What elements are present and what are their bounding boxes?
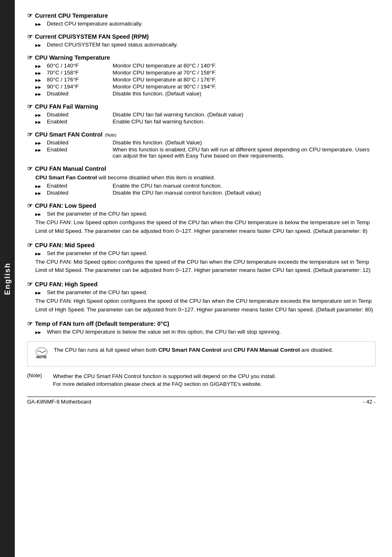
- section-title-current-cpu-temp: ☞ Current CPU Temperature: [27, 12, 376, 19]
- section-cpu-fan-mid-speed: ☞ CPU FAN: Mid Speed Set the parameter o…: [27, 242, 376, 275]
- section-title-temp-fan-off: ☞ Temp of FAN turn off (Default temperat…: [27, 320, 376, 327]
- arrow-icon: [35, 91, 45, 97]
- section-title-cpu-fan-low: ☞ CPU FAN: Low Speed: [27, 202, 376, 209]
- footer-right: - 42 -: [363, 399, 376, 405]
- section-cpu-fan-high-speed: ☞ CPU FAN: High Speed Set the parameter …: [27, 281, 376, 314]
- arrow-icon: [35, 329, 45, 335]
- item-smart-enabled: Enabled When this function is enabled, C…: [35, 146, 376, 159]
- cursor-icon-3: ☞: [27, 54, 32, 61]
- item-fail-disabled: Disabled Disable CPU fan fail warning fu…: [35, 111, 376, 118]
- svg-text:NOTE: NOTE: [36, 355, 46, 359]
- section-cpu-fan-low-speed: ☞ CPU FAN: Low Speed Set the parameter o…: [27, 202, 376, 235]
- arrow-icon: [35, 112, 45, 118]
- arrow-icon: [35, 183, 45, 189]
- item-mid-speed-set: Set the parameter of the CPU fan speed.: [35, 250, 376, 256]
- sidebar-label: English: [3, 262, 12, 295]
- cursor-icon-4: ☞: [27, 103, 32, 110]
- section-title-cpu-fan-speed: ☞ Current CPU/SYSTEM FAN Speed (RPM): [27, 33, 376, 40]
- footnote: (Note) Whether the CPU Smart FAN Control…: [27, 372, 376, 388]
- section-title-cpu-smart-fan: ☞ CPU Smart FAN Control(Note): [27, 131, 376, 138]
- item-fan-stop: When the CPU temperature is below the va…: [35, 329, 376, 335]
- section-title-cpu-fan-high: ☞ CPU FAN: High Speed: [27, 281, 376, 288]
- item-detect-fan-speed: Detect CPU/SYSTEM fan speed status autom…: [35, 42, 376, 48]
- footer-left: GA-K8NMF-9 Motherboard: [27, 399, 91, 405]
- footnote-text: Whether the CPU Smart FAN Control functi…: [53, 372, 376, 388]
- section-title-cpu-warning-temp: ☞ CPU Warning Temperature: [27, 54, 376, 61]
- arrow-icon: [35, 63, 45, 69]
- note-box: NOTE The CPU fan runs at full speed when…: [27, 341, 376, 367]
- note-wave-icon: NOTE: [34, 346, 49, 362]
- main-content: ☞ Current CPU Temperature Detect CPU tem…: [15, 0, 392, 557]
- mid-speed-description: The CPU FAN: Mid Speed option configures…: [35, 258, 376, 275]
- section-cpu-fan-fail-warning: ☞ CPU FAN Fail Warning Disabled Disable …: [27, 103, 376, 125]
- cursor-icon-2: ☞: [27, 33, 32, 40]
- arrow-icon: [35, 147, 45, 153]
- section-title-cpu-fan-mid: ☞ CPU FAN: Mid Speed: [27, 242, 376, 248]
- arrow-icon: [35, 290, 45, 295]
- item-disabled-warning: Disabled Disable this function. (Default…: [35, 91, 376, 97]
- item-80c: 80°C / 176°F Monitor CPU temperature at …: [35, 77, 376, 83]
- item-fail-enabled: Enabled Enable CPU fan fail warning func…: [35, 118, 376, 125]
- arrow-icon: [35, 42, 45, 48]
- page-container: English ☞ Current CPU Temperature Detect…: [0, 0, 392, 557]
- item-low-speed-set: Set the parameter of the CPU fan speed.: [35, 211, 376, 217]
- item-manual-enabled: Enabled Enable the CPU fan manual contro…: [35, 183, 376, 189]
- footer-bar: GA-K8NMF-9 Motherboard - 42 -: [27, 397, 376, 405]
- arrow-icon: [35, 211, 45, 217]
- section-cpu-fan-speed: ☞ Current CPU/SYSTEM FAN Speed (RPM) Det…: [27, 33, 376, 48]
- section-cpu-smart-fan-control: ☞ CPU Smart FAN Control(Note) Disabled D…: [27, 131, 376, 159]
- section-cpu-warning-temp: ☞ CPU Warning Temperature 60°C / 140°F M…: [27, 54, 376, 97]
- arrow-icon: [35, 84, 45, 90]
- note-text-content: The CPU fan runs at full speed when both…: [54, 346, 333, 354]
- item-70c: 70°C / 158°F Monitor CPU temperature at …: [35, 70, 376, 76]
- section-cpu-fan-manual-control: ☞ CPU FAN Manual Control CPU Smart Fan C…: [27, 165, 376, 196]
- low-speed-description: The CPU FAN: Low Speed option configures…: [35, 218, 376, 235]
- item-smart-disabled: Disabled Disable this function. (Default…: [35, 139, 376, 146]
- high-speed-description: The CPU FAN: High Speed option configure…: [35, 297, 376, 314]
- section-title-cpu-fan-manual: ☞ CPU FAN Manual Control: [27, 165, 376, 172]
- cursor-icon-1: ☞: [27, 12, 32, 19]
- cursor-icon-5: ☞: [27, 131, 32, 138]
- cursor-icon-8: ☞: [27, 242, 32, 248]
- item-high-speed-set: Set the parameter of the CPU fan speed.: [35, 289, 376, 295]
- section-title-cpu-fan-fail-warning: ☞ CPU FAN Fail Warning: [27, 103, 376, 110]
- item-60c: 60°C / 140°F Monitor CPU temperature at …: [35, 63, 376, 69]
- arrow-icon: [35, 21, 45, 27]
- cursor-icon-7: ☞: [27, 202, 32, 209]
- arrow-icon: [35, 119, 45, 125]
- section-temp-fan-off: ☞ Temp of FAN turn off (Default temperat…: [27, 320, 376, 335]
- cursor-icon-9: ☞: [27, 281, 32, 288]
- note-icon-area: NOTE: [33, 346, 50, 362]
- item-detect-cpu-temp: Detect CPU temperature automatically.: [35, 21, 376, 27]
- cursor-icon-6: ☞: [27, 165, 32, 172]
- arrow-icon: [35, 77, 45, 83]
- sidebar: English: [0, 0, 15, 557]
- arrow-icon: [35, 70, 45, 76]
- section-current-cpu-temp: ☞ Current CPU Temperature Detect CPU tem…: [27, 12, 376, 27]
- arrow-icon: [35, 190, 45, 196]
- arrow-icon: [35, 140, 45, 146]
- manual-control-note: CPU Smart Fan Control will become disabl…: [35, 174, 376, 182]
- cursor-icon-10: ☞: [27, 320, 32, 327]
- item-manual-disabled: Disabled Disable the CPU fan manual cont…: [35, 190, 376, 196]
- note-svg: NOTE: [34, 346, 49, 361]
- item-90c: 90°C / 194°F Monitor CPU temperature at …: [35, 84, 376, 90]
- arrow-icon: [35, 251, 45, 256]
